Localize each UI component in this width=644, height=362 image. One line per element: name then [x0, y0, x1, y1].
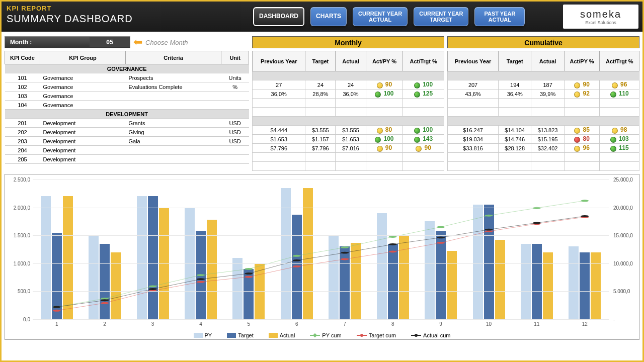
monthly-header: Monthly	[252, 36, 444, 48]
status-dot-icon	[574, 92, 580, 98]
table-row	[253, 162, 444, 171]
svg-point-12	[53, 310, 61, 312]
page-title: SUMMARY DASHBOARD	[7, 13, 248, 25]
col-unit: Unit	[221, 51, 249, 64]
month-label: Month :	[5, 39, 90, 46]
svg-point-21	[485, 230, 493, 232]
col-actual: Actual	[336, 51, 366, 71]
status-dot-icon	[414, 128, 420, 134]
month-value: 05	[90, 37, 130, 47]
table-row: $1.653$1.157$1.653 100 143	[253, 135, 444, 144]
nav-buttons: DASHBOARD CHARTS CURRENT YEARACTUAL CURR…	[253, 2, 559, 32]
col-act-py: Act/PY %	[366, 51, 403, 71]
svg-point-24	[53, 306, 61, 308]
table-row: 43,6%36,4%39,9% 92 110	[448, 89, 639, 99]
col-act-py-c: Act/PY %	[564, 51, 600, 71]
svg-point-19	[389, 251, 397, 253]
selector-row: Month : 05 ⬅ Choose Month Monthly Cumula…	[2, 32, 642, 51]
group-governance: GOVERNANCE	[5, 64, 249, 73]
col-kpi-code: KPI Code	[5, 51, 40, 64]
table-row	[448, 162, 639, 171]
logo-subtitle: Excel Solutions	[585, 20, 616, 25]
svg-point-4	[245, 268, 253, 270]
svg-point-34	[533, 222, 541, 224]
col-py-c: Previous Year	[448, 51, 499, 71]
svg-point-27	[197, 278, 205, 280]
status-dot-icon	[375, 137, 381, 143]
svg-point-33	[485, 229, 493, 231]
table-row: $33.816$28.128$32.402 96 115	[448, 144, 639, 153]
svg-point-28	[245, 273, 253, 275]
monthly-table: Previous Year Target Actual Act/PY % Act…	[252, 51, 444, 171]
svg-point-6	[341, 246, 349, 248]
y-axis-left: 0,0500,01.000,01.500,02.000,02.500,0	[5, 179, 30, 319]
tables-area: KPI Code KPI Group Criteria Unit GOVERNA…	[2, 51, 642, 171]
col-act-tgt-c: Act/Trgt %	[600, 51, 639, 71]
svg-point-5	[293, 255, 301, 257]
table-row: 201DevelopmentGrantsUSD	[5, 119, 249, 128]
status-dot-icon	[377, 82, 383, 88]
py-actual-button[interactable]: PAST YEARACTUAL	[474, 7, 525, 26]
chart-legend: PY Target Actual PY cum Target cum Actua…	[5, 332, 639, 338]
svg-point-17	[293, 265, 301, 267]
table-row: $16.247$14.104$13.823 85 98	[448, 126, 639, 135]
status-dot-icon	[416, 146, 422, 152]
col-target: Target	[305, 51, 336, 71]
table-row	[253, 108, 444, 117]
header-title-block: KPI REPORT SUMMARY DASHBOARD	[2, 2, 253, 32]
table-row	[253, 153, 444, 162]
svg-point-18	[341, 258, 349, 260]
logo: someka Excel Solutions	[563, 5, 638, 29]
status-dot-icon	[574, 146, 580, 152]
status-dot-icon	[574, 82, 580, 88]
x-axis: 123456789101112	[33, 321, 609, 328]
svg-point-20	[437, 242, 445, 244]
svg-point-3	[197, 274, 205, 276]
choose-month-hint: Choose Month	[145, 39, 188, 46]
svg-point-16	[245, 276, 253, 278]
charts-button[interactable]: CHARTS	[310, 7, 347, 26]
status-dot-icon	[377, 128, 383, 134]
table-row: 204Development	[5, 146, 249, 155]
table-row	[448, 108, 639, 117]
status-dot-icon	[610, 92, 616, 98]
status-dot-icon	[574, 137, 580, 143]
col-act-tgt: Act/Trgt %	[403, 51, 444, 71]
table-row: 36,0%28,8%36,0% 100 125	[253, 89, 444, 99]
table-row: 102GovernanceEvaluations Complete%	[5, 82, 249, 92]
svg-point-1	[101, 298, 109, 300]
dashboard-button[interactable]: DASHBOARD	[253, 7, 304, 26]
table-row	[253, 99, 444, 108]
cumulative-header: Cumulative	[447, 36, 639, 48]
col-criteria: Criteria	[126, 51, 221, 64]
status-dot-icon	[414, 92, 420, 98]
legend-target-cum: Target cum	[357, 332, 396, 338]
table-row: 207194187 90 96	[448, 80, 639, 89]
legend-target: Target	[227, 332, 254, 338]
table-row: $7.796$7.796$7.016 90 90	[253, 144, 444, 153]
svg-point-7	[389, 236, 397, 238]
svg-point-2	[149, 285, 157, 287]
svg-point-30	[341, 252, 349, 254]
table-row: 101GovernanceProspectsUnits	[5, 73, 249, 82]
svg-point-35	[581, 215, 589, 217]
kpi-definition-table: KPI Code KPI Group Criteria Unit GOVERNA…	[5, 51, 249, 171]
svg-point-29	[293, 259, 301, 261]
cy-actual-button[interactable]: CURRENT YEARACTUAL	[353, 7, 408, 26]
legend-actual: Actual	[269, 332, 295, 338]
status-dot-icon	[414, 137, 420, 143]
arrow-left-icon: ⬅	[133, 36, 142, 49]
status-dot-icon	[377, 146, 383, 152]
status-dot-icon	[610, 146, 616, 152]
cy-target-button[interactable]: CURRENT YEARTARGET	[414, 7, 468, 26]
y-axis-right: -5.000,010.000,015.000,020.000,025.000,0	[611, 179, 639, 319]
month-selector[interactable]: Month : 05	[5, 36, 130, 48]
legend-actual-cum: Actual cum	[411, 332, 450, 338]
col-target-c: Target	[499, 51, 531, 71]
table-row: 272424 90 100	[253, 80, 444, 89]
col-actual-c: Actual	[531, 51, 564, 71]
table-row: 103Governance	[5, 92, 249, 101]
status-dot-icon	[610, 137, 616, 143]
table-row: $19.034$14.746$15.195 80 103	[448, 135, 639, 144]
status-dot-icon	[375, 92, 381, 98]
